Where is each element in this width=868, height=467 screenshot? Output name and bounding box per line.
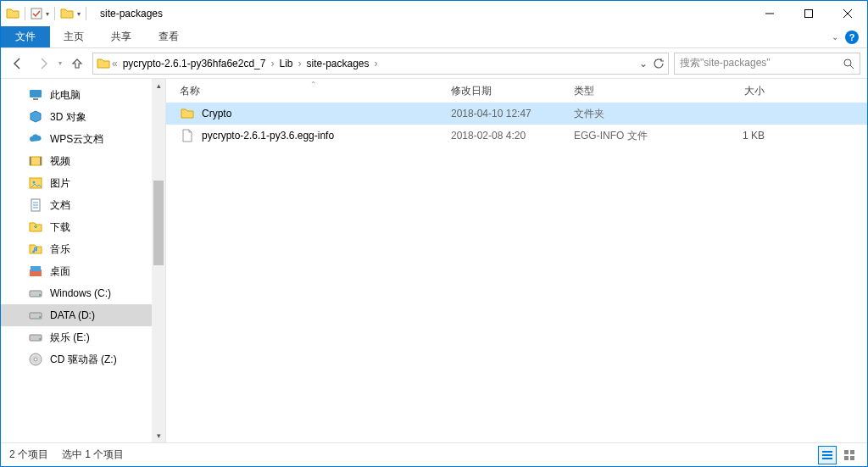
- sidebar-item-label: 视频: [50, 154, 70, 169]
- quick-access-toolbar: ▾ ▾: [1, 7, 93, 20]
- breadcrumb-item[interactable]: pycrypto-2.6.1-py36hfa6e2cd_7: [120, 58, 270, 69]
- chevron-right-icon[interactable]: ›: [373, 58, 380, 69]
- sidebar-item[interactable]: 下载: [1, 216, 165, 238]
- sidebar-item[interactable]: Windows (C:): [1, 282, 165, 304]
- file-pane: ⌃ 名称 修改日期 类型 大小 Crypto2018-04-10 12:47文件…: [166, 79, 867, 442]
- ribbon: 文件 主页 共享 查看 ⌄ ?: [1, 26, 867, 48]
- folder-icon: [60, 7, 74, 20]
- desk-icon: [28, 264, 43, 279]
- file-name: Crypto: [202, 108, 231, 120]
- svg-point-5: [844, 59, 851, 66]
- file-date: 2018-04-10 12:47: [451, 108, 574, 120]
- sidebar-item[interactable]: 此电脑: [1, 84, 165, 106]
- sidebar-item[interactable]: 娱乐 (E:): [1, 326, 165, 348]
- svg-line-6: [850, 65, 854, 69]
- doc-icon: [28, 197, 43, 213]
- sidebar-item-label: 3D 对象: [50, 110, 86, 125]
- breadcrumb-item[interactable]: Lib: [275, 58, 296, 69]
- nav-back-button[interactable]: [8, 53, 28, 74]
- breadcrumb-overflow[interactable]: «: [110, 58, 120, 69]
- ribbon-tab-view[interactable]: 查看: [145, 26, 192, 47]
- ribbon-tab-home[interactable]: 主页: [50, 26, 97, 47]
- drive-icon: [28, 308, 43, 323]
- sidebar-item-label: 图片: [50, 176, 70, 191]
- status-bar: 2 个项目 选中 1 个项目: [1, 442, 867, 466]
- scroll-thumb[interactable]: [153, 181, 164, 265]
- sidebar-item[interactable]: 桌面: [1, 260, 165, 282]
- svg-rect-7: [30, 90, 42, 97]
- folder-icon: [97, 57, 110, 70]
- sidebar-item[interactable]: 3D 对象: [1, 106, 165, 128]
- video-icon: [28, 153, 43, 169]
- nav-history-dropdown[interactable]: ▾: [58, 59, 62, 67]
- svg-rect-30: [822, 458, 832, 459]
- column-header-date[interactable]: 修改日期: [451, 84, 574, 98]
- svg-rect-2: [805, 10, 813, 18]
- address-field[interactable]: « pycrypto-2.6.1-py36hfa6e2cd_7 › Lib › …: [92, 53, 669, 75]
- cd-icon: [28, 352, 43, 367]
- drive-icon: [28, 330, 43, 345]
- separator: [54, 7, 55, 20]
- address-dropdown-icon[interactable]: ⌄: [639, 58, 648, 69]
- window-controls: [750, 1, 867, 26]
- sidebar-item-label: 桌面: [50, 264, 70, 279]
- sidebar-item[interactable]: 文档: [1, 194, 165, 216]
- sidebar-item[interactable]: WPS云文档: [1, 128, 165, 150]
- svg-rect-29: [822, 454, 832, 456]
- ribbon-expand-icon[interactable]: ⌄: [832, 32, 838, 42]
- drive-icon: [28, 286, 43, 301]
- file-row[interactable]: pycrypto-2.6.1-py3.6.egg-info2018-02-08 …: [166, 125, 867, 147]
- sidebar-item[interactable]: CD 驱动器 (Z:): [1, 348, 165, 370]
- sidebar-scrollbar[interactable]: ▴ ▾: [152, 79, 165, 442]
- close-button[interactable]: [828, 1, 867, 26]
- icons-view-button[interactable]: [840, 446, 859, 464]
- svg-rect-33: [844, 456, 849, 460]
- search-icon[interactable]: [843, 58, 854, 69]
- column-headers: ⌃ 名称 修改日期 类型 大小: [166, 79, 867, 103]
- minimize-button[interactable]: [750, 1, 789, 26]
- sidebar-item-label: 音乐: [50, 242, 70, 257]
- ribbon-tab-share[interactable]: 共享: [97, 26, 145, 47]
- separator: [25, 7, 25, 20]
- sidebar-item[interactable]: DATA (D:): [1, 304, 165, 326]
- file-icon: [180, 128, 195, 143]
- file-type: EGG-INFO 文件: [574, 129, 705, 143]
- sidebar-item-label: WPS云文档: [50, 132, 103, 147]
- search-input[interactable]: 搜索"site-packages": [674, 53, 860, 75]
- image-icon: [28, 175, 43, 191]
- svg-rect-10: [30, 157, 31, 165]
- nav-up-button[interactable]: [67, 53, 87, 74]
- sidebar-item[interactable]: 视频: [1, 150, 165, 172]
- sidebar-item-label: 此电脑: [50, 88, 81, 103]
- column-header-type[interactable]: 类型: [574, 84, 705, 98]
- column-header-size[interactable]: 大小: [705, 84, 773, 98]
- separator: [86, 7, 86, 20]
- sidebar-item-label: 娱乐 (E:): [50, 331, 90, 345]
- refresh-icon[interactable]: [653, 58, 665, 69]
- selected-count: 选中 1 个项目: [62, 448, 124, 462]
- sidebar-item[interactable]: 音乐: [1, 238, 165, 260]
- svg-rect-8: [33, 98, 38, 100]
- scroll-up-icon[interactable]: ▴: [152, 79, 165, 92]
- main-area: 此电脑3D 对象WPS云文档视频图片文档下载音乐桌面Windows (C:)DA…: [1, 79, 867, 442]
- navigation-pane: 此电脑3D 对象WPS云文档视频图片文档下载音乐桌面Windows (C:)DA…: [1, 79, 166, 442]
- chevron-right-icon[interactable]: ›: [296, 58, 303, 69]
- qat-checkbox-icon[interactable]: [31, 8, 42, 19]
- pc-icon: [28, 87, 43, 103]
- chevron-right-icon[interactable]: ›: [269, 58, 275, 69]
- file-tab[interactable]: 文件: [1, 26, 50, 47]
- qat-dropdown-icon[interactable]: ▾: [77, 10, 81, 18]
- address-bar: ▾ « pycrypto-2.6.1-py36hfa6e2cd_7 › Lib …: [1, 48, 867, 79]
- folder-icon: [6, 7, 19, 20]
- dl-icon: [28, 220, 43, 235]
- file-row[interactable]: Crypto2018-04-10 12:47文件夹: [166, 103, 867, 125]
- svg-rect-19: [31, 266, 41, 271]
- details-view-button[interactable]: [818, 446, 837, 464]
- nav-forward-button[interactable]: [33, 53, 53, 74]
- sidebar-item[interactable]: 图片: [1, 172, 165, 194]
- qat-dropdown-icon[interactable]: ▾: [46, 10, 49, 18]
- maximize-button[interactable]: [789, 1, 828, 26]
- help-icon[interactable]: ?: [845, 31, 859, 44]
- breadcrumb-item[interactable]: site-packages: [303, 58, 372, 69]
- scroll-down-icon[interactable]: ▾: [152, 429, 165, 442]
